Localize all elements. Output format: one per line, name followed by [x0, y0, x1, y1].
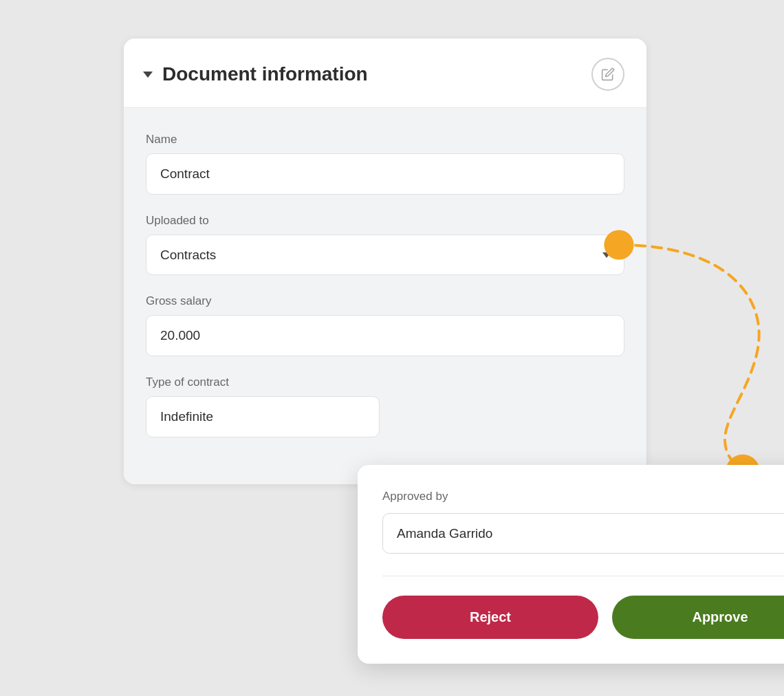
approved-by-select-wrapper: Amanda Garrido [382, 513, 784, 554]
divider [382, 576, 784, 576]
approve-button[interactable]: Approve [612, 596, 784, 639]
type-of-contract-field-group: Type of contract [146, 376, 624, 437]
reject-button[interactable]: Reject [382, 596, 598, 639]
header-left: Document information [143, 63, 368, 85]
gross-salary-field-group: Gross salary [146, 294, 624, 356]
gross-salary-label: Gross salary [146, 294, 624, 308]
action-buttons: Reject Approve [382, 596, 784, 639]
name-field-group: Name [146, 133, 624, 195]
card-body: Name Uploaded to Contracts Gross salary [124, 108, 646, 484]
document-information-card: Document information Name Uploaded to [124, 39, 646, 484]
edit-button[interactable] [591, 58, 624, 91]
approval-card: Approved by Amanda Garrido Reject Approv… [358, 465, 784, 664]
uploaded-to-select[interactable]: Contracts [146, 235, 624, 275]
name-label: Name [146, 133, 624, 146]
approved-by-label: Approved by [382, 490, 784, 503]
type-of-contract-input[interactable] [146, 396, 380, 437]
pencil-icon [601, 67, 615, 81]
type-of-contract-label: Type of contract [146, 376, 624, 389]
uploaded-to-label: Uploaded to [146, 214, 624, 228]
collapse-icon[interactable] [143, 72, 153, 78]
card-title: Document information [162, 63, 368, 85]
uploaded-to-select-wrapper: Contracts [146, 235, 624, 275]
uploaded-to-field-group: Uploaded to Contracts [146, 214, 624, 275]
name-input[interactable] [146, 153, 624, 195]
gross-salary-input[interactable] [146, 315, 624, 356]
card-header: Document information [124, 39, 646, 108]
approved-by-select[interactable]: Amanda Garrido [382, 513, 784, 554]
